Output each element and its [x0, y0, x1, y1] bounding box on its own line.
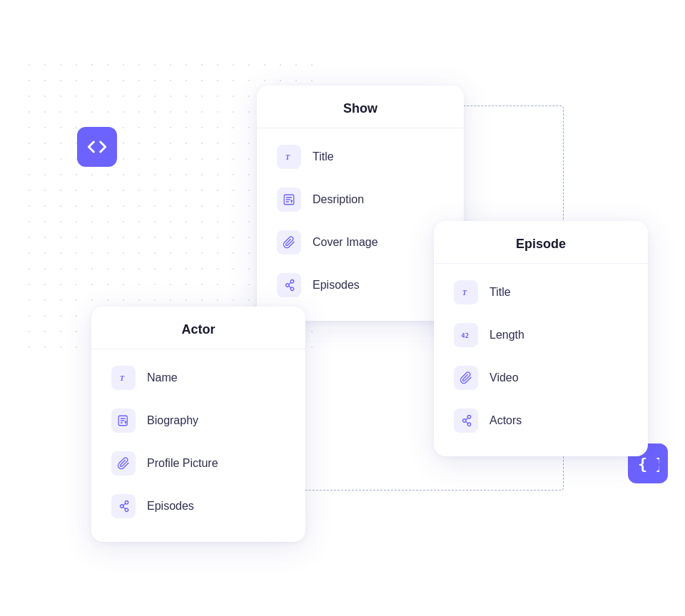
code-icon: [87, 137, 107, 157]
show-field-title: T Title: [277, 135, 444, 178]
show-field-coverimage: Cover Image: [277, 221, 444, 264]
actor-episodes-icon: [111, 494, 136, 518]
episode-video-label: Video: [489, 371, 519, 384]
show-description-label: Desription: [313, 193, 364, 206]
svg-text:{ }: { }: [638, 455, 659, 473]
episode-card: Episode T Title 42 Length: [434, 221, 648, 456]
show-description-icon: [277, 188, 301, 212]
actor-name-label: Name: [147, 371, 178, 384]
episode-field-title: T Title: [454, 271, 628, 314]
svg-text:T: T: [462, 289, 467, 297]
show-episodes-icon: [277, 273, 301, 297]
actor-card-fields: T Name Biography: [91, 349, 305, 542]
episode-field-actors: Actors: [454, 399, 628, 442]
show-field-episodes: Episodes: [277, 264, 444, 307]
episode-field-video: Video: [454, 356, 628, 399]
show-title-label: Title: [313, 150, 334, 163]
episode-field-length: 42 Length: [454, 314, 628, 356]
scene: { } Show T Title: [0, 0, 685, 616]
svg-point-6: [286, 284, 290, 287]
actor-field-profilepicture: Profile Picture: [111, 442, 285, 485]
episode-title-icon: T: [454, 280, 478, 304]
show-title-icon: T: [277, 145, 301, 169]
actor-field-episodes: Episodes: [111, 485, 285, 528]
svg-line-9: [289, 282, 291, 284]
svg-line-27: [466, 421, 468, 423]
episode-title-label: Title: [489, 286, 511, 299]
show-field-description: Desription: [277, 178, 444, 221]
svg-line-19: [123, 503, 126, 505]
actor-biography-icon: [111, 409, 136, 433]
svg-point-23: [463, 419, 467, 423]
actor-field-name: T Name: [111, 356, 285, 399]
svg-text:T: T: [120, 374, 125, 382]
svg-line-20: [123, 507, 126, 509]
show-card: Show T Title: [257, 86, 464, 321]
code-icon-box: [77, 127, 117, 167]
actor-episodes-label: Episodes: [147, 500, 194, 513]
actor-field-biography: Biography: [111, 399, 285, 442]
actor-name-icon: T: [111, 366, 136, 390]
episode-actors-icon: [454, 409, 478, 433]
episode-video-icon: [454, 366, 478, 390]
svg-text:42: 42: [461, 332, 469, 339]
actor-profilepicture-icon: [111, 451, 136, 476]
svg-line-26: [466, 418, 468, 420]
show-episodes-label: Episodes: [313, 279, 360, 292]
episode-length-label: Length: [489, 329, 524, 342]
show-card-title: Show: [257, 86, 464, 128]
episode-card-fields: T Title 42 Length Vid: [434, 264, 648, 456]
episode-actors-label: Actors: [489, 414, 522, 427]
svg-line-10: [289, 286, 291, 288]
episode-card-title: Episode: [434, 221, 648, 264]
show-coverimage-icon: [277, 230, 301, 255]
svg-text:T: T: [285, 153, 290, 161]
show-card-fields: T Title Desription: [257, 128, 464, 321]
actor-card: Actor T Name: [91, 307, 305, 542]
svg-point-16: [121, 505, 124, 508]
show-coverimage-label: Cover Image: [313, 236, 378, 249]
episode-length-icon: 42: [454, 323, 478, 347]
actor-profilepicture-label: Profile Picture: [147, 457, 218, 470]
actor-card-title: Actor: [91, 307, 305, 349]
actor-biography-label: Biography: [147, 414, 198, 427]
